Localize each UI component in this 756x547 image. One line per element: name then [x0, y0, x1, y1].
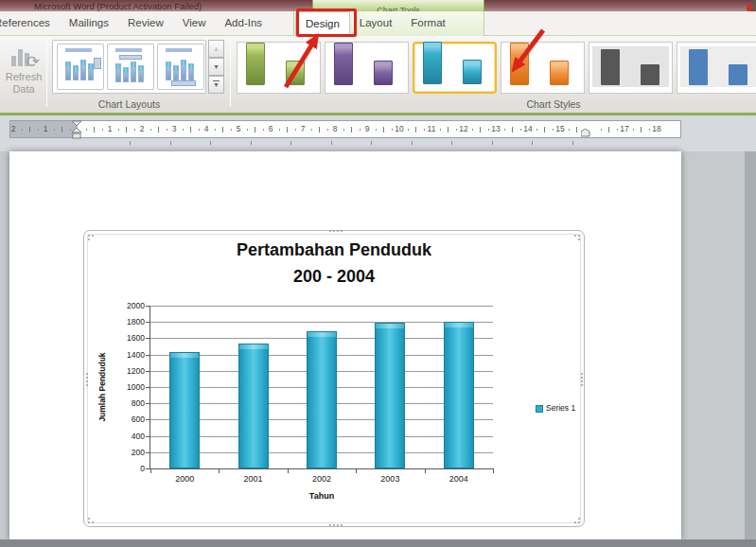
ruler-dot	[504, 129, 505, 131]
ruler-tick	[319, 127, 320, 132]
ruler-dot	[38, 129, 39, 131]
ruler-dot	[150, 129, 151, 131]
y-axis-line	[149, 306, 150, 469]
main-tabs: ReferencesMailingsReviewViewAdd-Ins	[0, 11, 272, 36]
vertical-scrollbar[interactable]	[745, 151, 756, 539]
refresh-data-button[interactable]: ⟳ Refresh Data	[2, 39, 45, 107]
chart-legend[interactable]: Series 1	[536, 403, 592, 415]
chart-object[interactable]: Pertambahan Penduduk 200 - 2004 02004006…	[83, 230, 585, 527]
ruler-tick	[94, 127, 95, 132]
ruler-number: 14	[519, 124, 537, 133]
style-bar	[641, 64, 659, 85]
x-tick-label: 2002	[288, 474, 356, 484]
ruler-number: 9	[358, 124, 377, 133]
ruler-tick	[608, 127, 609, 132]
refresh-arrows-glyph: ⟳	[26, 52, 40, 72]
tab-stop-tick	[170, 141, 171, 145]
ruler-dot	[392, 129, 393, 131]
ruler-dot	[231, 129, 232, 131]
y-tick-label: 1400	[111, 350, 145, 360]
bar-2002[interactable]	[307, 331, 337, 468]
ruler-dot	[553, 129, 554, 131]
style-bar	[729, 64, 747, 85]
gallery-scroll-up-button[interactable]: ▲	[208, 40, 224, 58]
y-tick-label: 1600	[111, 333, 145, 343]
ribbon: ⟳ Refresh Data ▲ ▼ ▼ Chart Layouts Chart…	[0, 36, 756, 115]
ruler-number: 8	[325, 124, 344, 133]
ruler-number: 1	[100, 124, 119, 133]
ruler-tick	[351, 127, 352, 132]
tab-stop-tick	[492, 141, 493, 145]
ruler-tick	[62, 127, 62, 132]
style-bar	[374, 61, 393, 85]
x-tick-mark	[219, 468, 220, 473]
chart-style-dark-gray[interactable]	[589, 42, 673, 94]
ruler-dot	[456, 129, 457, 131]
style-bar	[689, 49, 708, 85]
ruler-dot	[118, 129, 119, 131]
chart-style-teal-selected[interactable]	[413, 42, 497, 94]
x-tick-mark	[425, 468, 426, 473]
tab-view[interactable]: View	[173, 11, 216, 36]
ruler-number: 18	[647, 124, 666, 133]
tab-stop-tick	[210, 141, 211, 145]
ruler-dot	[134, 129, 135, 131]
y-tick-label: 600	[111, 415, 145, 424]
tab-stop-tick	[412, 141, 413, 145]
ruler-tick	[576, 127, 577, 132]
tab-add-ins[interactable]: Add-Ins	[215, 11, 272, 36]
ruler-dot	[54, 129, 55, 131]
ruler-dot	[263, 129, 264, 131]
gallery-scroll-down-button[interactable]: ▼	[208, 58, 224, 76]
ruler-number: 11	[422, 124, 441, 133]
tab-format[interactable]: Format	[401, 11, 454, 36]
document-page[interactable]: Pertambahan Penduduk 200 - 2004 02004006…	[9, 151, 681, 539]
x-tick-mark	[493, 468, 494, 473]
ruler-tick	[544, 127, 545, 132]
chart-style-orange[interactable]	[501, 42, 585, 94]
chart-styles-group-label: Chart Styles	[237, 98, 756, 110]
design-tab-highlight-box	[296, 9, 357, 37]
right-indent-marker[interactable]	[581, 129, 590, 138]
x-tick-mark	[288, 468, 289, 473]
ruler-tick	[29, 127, 30, 132]
y-axis-title[interactable]: Jumlah Penduduk	[97, 306, 109, 468]
tab-references[interactable]: References	[0, 11, 60, 36]
ruler-dot	[472, 129, 473, 131]
bar-2004[interactable]	[444, 322, 474, 468]
y-tick-label: 400	[111, 432, 145, 441]
word-window: Microsoft Word (Product Activation Faile…	[0, 0, 756, 547]
style-bar	[334, 43, 353, 85]
ruler-tick	[448, 127, 448, 132]
ruler-tick	[512, 127, 513, 132]
ruler-dot	[295, 129, 296, 131]
bar-2003[interactable]	[375, 323, 405, 468]
x-tick-label: 2001	[219, 474, 287, 484]
chart-layout-1-option[interactable]	[57, 44, 104, 90]
ruler-tick	[287, 127, 288, 132]
style-bar	[246, 43, 265, 85]
ruler-dot	[617, 129, 618, 131]
x-axis-title[interactable]: Tahun	[227, 491, 416, 501]
gallery-more-button[interactable]: ▼	[208, 76, 224, 94]
tab-review[interactable]: Review	[118, 11, 173, 36]
y-tick-label: 1800	[111, 317, 145, 326]
ruler-tick	[480, 127, 481, 132]
indent-markers[interactable]	[71, 120, 82, 140]
chart-style-green[interactable]	[237, 42, 321, 94]
style-bar	[550, 61, 569, 85]
ruler-dot	[183, 129, 184, 131]
ruler-dot	[86, 129, 87, 131]
tab-layout[interactable]: Layout	[350, 11, 402, 36]
x-tick-label: 2000	[150, 474, 219, 484]
chart-style-purple[interactable]	[325, 42, 409, 94]
bar-2000[interactable]	[169, 352, 200, 468]
y-tick-label: 800	[111, 398, 145, 408]
tab-mailings[interactable]: Mailings	[60, 11, 118, 36]
bar-2001[interactable]	[238, 344, 269, 468]
chart-layout-3-option[interactable]	[157, 44, 204, 90]
ruler-dot	[360, 129, 360, 131]
chart-layout-2-option[interactable]	[107, 44, 154, 90]
chart-style-blue[interactable]	[677, 42, 756, 94]
tab-stop-tick	[290, 141, 291, 145]
